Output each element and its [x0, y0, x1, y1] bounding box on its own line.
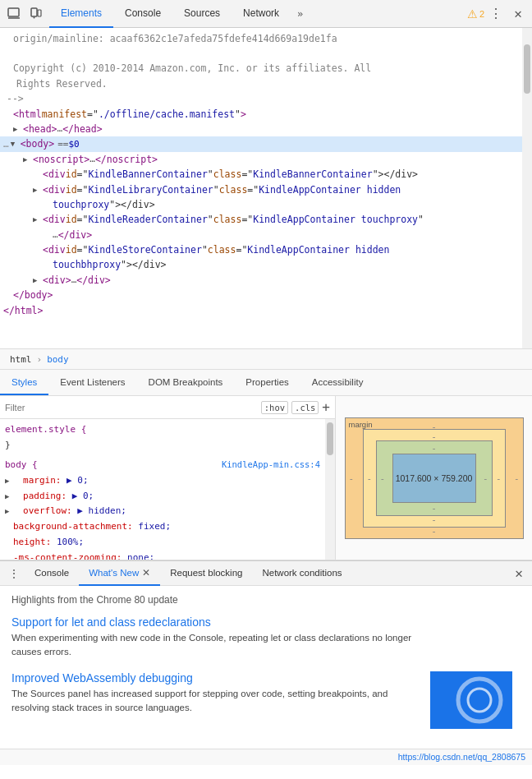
feature-title-1[interactable]: Support for let and class redeclarations — [11, 615, 521, 629]
tab-event-listeners[interactable]: Event Listeners — [48, 370, 136, 395]
code-line[interactable]: <div id =" KindleBannerContainer " class… — [0, 167, 522, 182]
drawer-handle[interactable]: ⋮ — [3, 567, 25, 580]
code-line: --> — [0, 91, 522, 106]
style-source-link[interactable]: KindleApp-min.css:4 — [222, 458, 320, 472]
breadcrumb: html › body — [0, 348, 532, 370]
overflow-expand[interactable]: ▶ — [5, 507, 9, 515]
bm-border-minus-left: - — [367, 472, 373, 483]
expand-arrow[interactable] — [13, 123, 23, 135]
drawer-close-button[interactable]: ✕ — [509, 564, 529, 583]
breadcrumb-html[interactable]: html — [7, 353, 35, 366]
drawer-tab-console[interactable]: Console — [25, 561, 79, 586]
code-line[interactable]: <div id =" KindleStoreContainer " class … — [0, 242, 522, 257]
styles-scrollbar[interactable] — [325, 419, 335, 560]
hov-button[interactable]: :hov — [261, 401, 288, 414]
tab-console[interactable]: Console — [113, 0, 172, 28]
styles-tabs: Styles Event Listeners DOM Breakpoints P… — [0, 370, 532, 396]
expand-arrow[interactable] — [33, 274, 43, 286]
elements-scrollbar[interactable] — [522, 28, 532, 348]
tab-styles[interactable]: Styles — [0, 370, 48, 395]
expand-arrow[interactable] — [23, 154, 33, 165]
bm-minus-right: - — [514, 472, 520, 483]
expand-arrow[interactable] — [33, 184, 43, 196]
bm-border-minus-right: - — [496, 472, 502, 483]
styles-content: element.style { } body { KindleApp-min.c… — [0, 419, 325, 560]
status-url: https://blog.csdn.net/qq_2808675 — [398, 752, 525, 762]
elements-content: origin/mainline: acaaf6362c1e7afeda75fde… — [0, 28, 522, 348]
code-line[interactable]: <div> … </div> — [0, 273, 522, 288]
tab-sources[interactable]: Sources — [172, 0, 232, 28]
styles-panel: :hov .cls + element.style { } body { Kin… — [0, 396, 335, 560]
close-button[interactable]: ✕ — [507, 3, 529, 25]
feature-desc-1: When experimenting with new code in the … — [11, 631, 422, 660]
code-line-cont: … </div> — [0, 228, 522, 242]
bm-content-value: 1017.600 × 759.200 — [396, 473, 473, 483]
breadcrumb-separator: › — [37, 354, 43, 365]
feature-title-2[interactable]: Improved WebAssembly debugging — [11, 671, 422, 685]
drawer-tab-network-conditions[interactable]: Network conditions — [252, 561, 351, 586]
blank-line — [0, 46, 522, 61]
add-style-button[interactable]: + — [322, 401, 330, 414]
warning-icon: ⚠ — [467, 7, 478, 21]
device-icon[interactable] — [25, 3, 46, 25]
bm-padding-minus-top: - — [431, 443, 437, 454]
code-line[interactable]: <html manifest =" ./offline/cache.manife… — [0, 107, 522, 122]
main-tabs: Elements Console Sources Network » — [49, 0, 310, 28]
drawer-tab-whats-new[interactable]: What's New ✕ — [79, 561, 160, 586]
bm-padding-minus-bottom: - — [431, 503, 437, 514]
styles-scrollbar-thumb[interactable] — [327, 422, 333, 455]
code-area: origin/mainline: acaaf6362c1e7afeda75fde… — [0, 28, 522, 321]
svg-rect-3 — [38, 10, 41, 16]
expand-arrow[interactable] — [33, 214, 43, 225]
breadcrumb-body[interactable]: body — [44, 353, 72, 366]
more-tabs-button[interactable]: » — [291, 0, 310, 28]
warning-badge[interactable]: ⚠ 2 — [467, 7, 484, 21]
feature-row-2: Improved WebAssembly debugging The Sourc… — [11, 671, 521, 729]
box-model: margin - - - - border - - - - padding - … — [345, 417, 524, 539]
tab-accessibility[interactable]: Accessibility — [300, 370, 375, 395]
feature-text-2: Improved WebAssembly debugging The Sourc… — [11, 671, 422, 716]
cls-button[interactable]: .cls — [291, 401, 319, 414]
body-line[interactable]: … <body> == $0 — [0, 136, 522, 151]
filter-input[interactable] — [5, 403, 258, 413]
svg-point-4 — [34, 16, 35, 18]
tab-properties[interactable]: Properties — [234, 370, 300, 395]
code-line-cont: touchproxy "></div> — [0, 197, 522, 212]
code-line: </html> — [0, 303, 522, 318]
whats-new-content: Highlights from the Chrome 80 update Sup… — [0, 586, 532, 749]
bm-padding-minus-left: - — [380, 472, 386, 483]
inspect-icon[interactable] — [3, 3, 25, 25]
status-bar: https://blog.csdn.net/qq_2808675 — [0, 749, 532, 765]
code-line: origin/mainline: acaaf6362c1e7afeda75fde… — [0, 31, 522, 46]
drawer-tab-request-blocking[interactable]: Request blocking — [160, 561, 252, 586]
elements-panel: origin/mainline: acaaf6362c1e7afeda75fde… — [0, 28, 532, 348]
bm-content: 1017.600 × 759.200 — [392, 454, 476, 503]
feature-thumbnail — [430, 671, 512, 729]
body-style-rule: body { KindleApp-min.css:4 ▶ margin: ▶ 0… — [5, 458, 320, 560]
more-options-button[interactable]: ⋮ — [484, 6, 507, 21]
code-line[interactable]: <div id =" KindleLibraryContainer " clas… — [0, 182, 522, 197]
bm-padding-minus-right: - — [483, 472, 488, 483]
element-style-rule: element.style { } — [5, 422, 320, 453]
filter-bar: :hov .cls + — [0, 396, 335, 419]
code-line: Copyright (c) 2010-2014 Amazon.com, Inc.… — [0, 61, 522, 76]
scrollbar-thumb[interactable] — [524, 44, 530, 94]
feature-desc-2: The Sources panel has increased support … — [11, 687, 422, 716]
svg-rect-2 — [31, 8, 37, 16]
feature-item-1: Support for let and class redeclarations… — [11, 615, 521, 660]
whats-new-close-icon[interactable]: ✕ — [142, 567, 150, 578]
code-line: Rights Reserved. — [0, 76, 522, 91]
drawer-tabs: ⋮ Console What's New ✕ Request blocking … — [0, 561, 532, 586]
whats-new-header: Highlights from the Chrome 80 update — [11, 594, 521, 606]
tab-dom-breakpoints[interactable]: DOM Breakpoints — [137, 370, 235, 395]
padding-expand[interactable]: ▶ — [5, 492, 9, 500]
code-line[interactable]: <div id =" KindleReaderContainer " class… — [0, 212, 522, 227]
code-line[interactable]: <noscript> … </noscript> — [0, 152, 522, 167]
margin-expand[interactable]: ▶ — [5, 477, 9, 485]
tab-network[interactable]: Network — [232, 0, 291, 28]
tab-elements[interactable]: Elements — [49, 0, 113, 28]
bm-minus-left: - — [349, 472, 355, 483]
margin-label: margin — [349, 420, 373, 429]
code-line[interactable]: <head> … </head> — [0, 122, 522, 136]
expand-arrow[interactable] — [11, 138, 21, 150]
